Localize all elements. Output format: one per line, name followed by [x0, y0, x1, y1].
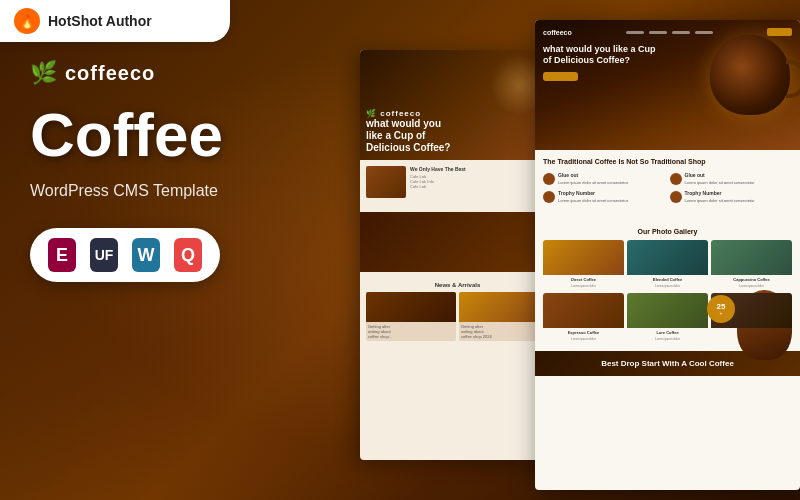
pleft-hero: 🌿 coffeeco what would youlike a Cup ofDe… [360, 50, 555, 160]
bottom-text: Best Drop Start With A Cool Coffee [543, 359, 792, 369]
gallery-item-2: Blended Coffee Lorem ipsum dolor [627, 240, 708, 290]
pright-features-section: The Traditional Coffee Is Not So Traditi… [535, 150, 800, 218]
subtitle: WordPress CMS Template [30, 182, 223, 200]
feature-2: Glue out Lorem ipsum dolor sit amet cons… [670, 172, 793, 186]
plugin-badge: E UF W Q [30, 228, 220, 282]
pright-hero: coffeeco what would you like a Cup of De… [535, 20, 800, 150]
pleft-logo: 🌿 coffeeco [366, 109, 549, 118]
gallery-desc-3: Lorem ipsum dolor [711, 284, 792, 290]
nav-link-3 [672, 31, 690, 34]
feature-title-1: Glue out [558, 172, 628, 179]
feature-icon-1 [543, 173, 555, 185]
gallery-desc-1: Lorem ipsum dolor [543, 284, 624, 290]
feature-title-4: Trophy Number [685, 190, 755, 197]
pright-hero-text: what would you like a Cup of Delicious C… [543, 44, 663, 66]
brand-leaf-icon: 🌿 [30, 60, 57, 86]
feature-3: Trophy Number Lorem ipsum dolor sit amet… [543, 190, 666, 204]
news-card-1: Getting afterwriting aboutcoffee shop... [366, 292, 456, 341]
feature-title-3: Trophy Number [558, 190, 628, 197]
gallery-item-5: Lure Coffee Lorem ipsum dolor [627, 293, 708, 343]
feature-4: Trophy Number Lorem ipsum dolor sit amet… [670, 190, 793, 204]
pright-features-grid: Glue out Lorem ipsum dolor sit amet cons… [543, 172, 792, 203]
feature-icon-2 [670, 173, 682, 185]
feature-text-2: Glue out Lorem ipsum dolor sit amet cons… [685, 172, 755, 186]
card-title-1: We Only Have The Best [410, 166, 549, 172]
gallery-item-1: Direct Coffee Lorem ipsum dolor [543, 240, 624, 290]
pright-hero-btn [543, 72, 578, 81]
pright-nav-btn [767, 28, 792, 36]
nav-link-4 [695, 31, 713, 34]
gallery-label-4: Espresso Coffee [543, 328, 624, 337]
gallery-label-2: Blended Coffee [627, 275, 708, 284]
left-panel: 🌿 coffeeco Coffee WordPress CMS Template… [30, 60, 223, 282]
brand-logo: 🌿 coffeeco [30, 60, 223, 86]
gallery-label-5: Lure Coffee [627, 328, 708, 337]
top-bar: 🔥 HotShot Author [0, 0, 230, 42]
gallery-label-3: Cappuccino Coffee [711, 275, 792, 284]
feature-text-3: Trophy Number Lorem ipsum dolor sit amet… [558, 190, 628, 204]
pright-section1-title: The Traditional Coffee Is Not So Traditi… [543, 158, 792, 166]
feature-icon-3 [543, 191, 555, 203]
badge-plus: + [720, 311, 723, 316]
brand-name: coffeeco [65, 62, 155, 85]
gallery-title: Our Photo Gallery [543, 228, 792, 235]
news-grid: Getting afterwriting aboutcoffee shop...… [366, 292, 549, 341]
feature-title-2: Glue out [685, 172, 755, 179]
hotshot-title: HotShot Author [48, 13, 152, 29]
gallery-desc-4: Lorem ipsum dolor [543, 337, 624, 343]
news-card-text-1: Getting afterwriting aboutcoffee shop... [366, 322, 456, 341]
preview-right-mockup: coffeeco what would you like a Cup of De… [535, 20, 800, 490]
plugin-icons-row: E UF W Q [30, 228, 223, 282]
hotshot-icon: 🔥 [14, 8, 40, 34]
gallery-img-1 [543, 240, 624, 275]
feature-1: Glue out Lorem ipsum dolor sit amet cons… [543, 172, 666, 186]
gallery-img-5 [627, 293, 708, 328]
gallery-desc-5: Lorem ipsum dolor [627, 337, 708, 343]
card-image-1 [366, 166, 406, 198]
nav-link-1 [626, 31, 644, 34]
experience-badge: 25 + [707, 295, 735, 323]
gallery-label-1: Direct Coffee [543, 275, 624, 284]
gallery-item-4: Espresso Coffee Lorem ipsum dolor [543, 293, 624, 343]
pleft-section1: We Only Have The Best Cafe LabCafe Lab I… [360, 160, 555, 208]
wordpress-icon: W [132, 238, 160, 272]
gallery-img-3 [711, 240, 792, 275]
quix-icon: Q [174, 238, 202, 272]
preview-panel: 🌿 coffeeco what would youlike a Cup ofDe… [360, 20, 800, 500]
section-card-1: We Only Have The Best Cafe LabCafe Lab I… [366, 166, 549, 198]
gallery-item-3: Cappuccino Coffee Lorem ipsum dolor [711, 240, 792, 290]
pright-nav-links [626, 31, 713, 34]
feature-text-1: Glue out Lorem ipsum dolor sit amet cons… [558, 172, 628, 186]
feature-text-4: Trophy Number Lorem ipsum dolor sit amet… [685, 190, 755, 204]
news-title: News & Arrivals [366, 282, 549, 288]
gallery-desc-2: Lorem ipsum dolor [627, 284, 708, 290]
gallery-img-2 [627, 240, 708, 275]
pright-nav-logo: coffeeco [543, 29, 572, 36]
card-text-1: We Only Have The Best Cafe LabCafe Lab I… [410, 166, 549, 190]
feature-icon-4 [670, 191, 682, 203]
gallery-img-4 [543, 293, 624, 328]
uf-icon: UF [90, 238, 118, 272]
elementor-icon: E [48, 238, 76, 272]
nav-link-2 [649, 31, 667, 34]
preview-left-mockup: 🌿 coffeeco what would youlike a Cup ofDe… [360, 50, 555, 460]
main-title: Coffee [30, 104, 223, 166]
pleft-divider [360, 212, 555, 272]
pleft-tagline: what would youlike a Cup ofDelicious Cof… [366, 118, 549, 154]
coffee-cup-decoration [710, 35, 790, 115]
card-body-1: Cafe LabCafe Lab InfoCafe Lab [410, 174, 549, 190]
news-card-img-1 [366, 292, 456, 322]
pleft-news: News & Arrivals Getting afterwriting abo… [360, 276, 555, 347]
